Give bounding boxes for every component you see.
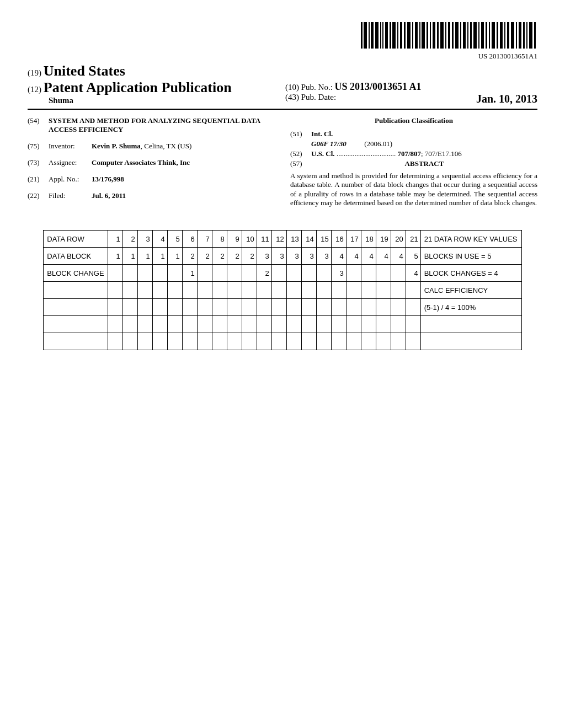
svg-rect-47 [534, 22, 536, 49]
cell [167, 333, 182, 350]
inventor-loc: , Celina, TX (US) [141, 142, 192, 150]
row-label: BLOCK CHANGE [44, 265, 108, 282]
cell [301, 265, 316, 282]
cell: 3 [286, 248, 301, 265]
cell [152, 282, 167, 299]
cell [406, 299, 420, 316]
cell [271, 265, 286, 282]
svg-rect-25 [452, 22, 454, 49]
cell [167, 316, 182, 333]
cell: 3 [316, 248, 331, 265]
intcl-detail: G06F 17/30 (2006.01) [311, 140, 537, 148]
cell [331, 299, 346, 316]
row-note: 21 DATA ROW KEY VALUES [420, 231, 521, 248]
svg-rect-11 [400, 22, 402, 49]
svg-rect-1 [364, 22, 367, 49]
cell [242, 282, 257, 299]
cell: 5 [167, 231, 182, 248]
svg-rect-3 [371, 22, 374, 49]
svg-rect-35 [489, 22, 490, 49]
table-row: (5-1) / 4 = 100% [44, 299, 521, 316]
cell [361, 282, 376, 299]
cell [316, 265, 331, 282]
cell [167, 265, 182, 282]
cell [257, 282, 271, 299]
table-row [44, 316, 521, 333]
svg-rect-22 [440, 22, 444, 49]
cell [122, 282, 137, 299]
code-51: (51) [290, 130, 311, 138]
cell: 16 [331, 231, 346, 248]
row-note: BLOCKS IN USE = 5 [420, 248, 521, 265]
pubno-line: (10) Pub. No.: US 2013/0013651 A1 [285, 81, 537, 93]
cell: 21 [406, 231, 420, 248]
header: (19) United States (12) Patent Applicati… [28, 63, 537, 110]
cell: 15 [316, 231, 331, 248]
cell [391, 299, 406, 316]
row-label [44, 299, 108, 316]
cell [376, 265, 391, 282]
cell [182, 333, 197, 350]
cell [242, 265, 257, 282]
header-left: (19) United States (12) Patent Applicati… [28, 63, 280, 105]
cell: 17 [346, 231, 361, 248]
svg-rect-4 [375, 22, 379, 49]
row-note [420, 316, 521, 333]
cell: 11 [257, 231, 271, 248]
cell [122, 333, 137, 350]
cell [301, 282, 316, 299]
pubno-value: US 2013/0013651 A1 [335, 81, 422, 92]
line-pubtype: (12) Patent Application Publication [28, 79, 280, 96]
cell [227, 333, 242, 350]
intcl-detail-row: G06F 17/30 (2006.01) [290, 140, 537, 148]
svg-rect-37 [497, 22, 498, 49]
cell [197, 299, 212, 316]
cell [242, 316, 257, 333]
svg-rect-41 [511, 22, 514, 49]
svg-rect-21 [437, 22, 439, 49]
cell: 1 [108, 231, 122, 248]
cell [257, 316, 271, 333]
cell [286, 299, 301, 316]
cell [122, 265, 137, 282]
cell: 6 [182, 231, 197, 248]
row-note: CALC EFFICIENCY [420, 282, 521, 299]
svg-rect-46 [529, 22, 532, 49]
cell [331, 316, 346, 333]
uscl-label: U.S. Cl. [311, 149, 335, 158]
cell [331, 333, 346, 350]
cell [361, 299, 376, 316]
svg-rect-7 [385, 22, 388, 49]
cell [376, 333, 391, 350]
cell [316, 299, 331, 316]
barcode: US 20130013651A1 [361, 22, 537, 61]
line-country: (19) United States [28, 63, 280, 79]
cell [167, 282, 182, 299]
cell [182, 316, 197, 333]
svg-rect-42 [516, 22, 517, 49]
cell: 4 [331, 248, 346, 265]
uscl-value2: ; 707/E17.106 [421, 149, 462, 158]
cell [137, 299, 152, 316]
cell [108, 299, 122, 316]
code-12: (12) [28, 85, 41, 94]
svg-rect-15 [415, 22, 418, 49]
cell [108, 282, 122, 299]
cell: 13 [286, 231, 301, 248]
cell: 1 [152, 248, 167, 265]
svg-rect-2 [369, 22, 370, 49]
uscl-row: (52) U.S. Cl. ..........................… [290, 149, 537, 158]
title: SYSTEM AND METHOD FOR ANALYZING SEQUENTI… [49, 116, 275, 134]
cell: 2 [227, 248, 242, 265]
svg-rect-40 [507, 22, 509, 49]
cell [271, 333, 286, 350]
intcl-row: (51) Int. Cl. [290, 130, 537, 138]
cell: 5 [406, 248, 420, 265]
svg-rect-0 [361, 22, 363, 49]
cell: 4 [361, 248, 376, 265]
cell [137, 316, 152, 333]
row-note: (5-1) / 4 = 100% [420, 299, 521, 316]
cell [242, 299, 257, 316]
cell [361, 265, 376, 282]
cell: 20 [391, 231, 406, 248]
